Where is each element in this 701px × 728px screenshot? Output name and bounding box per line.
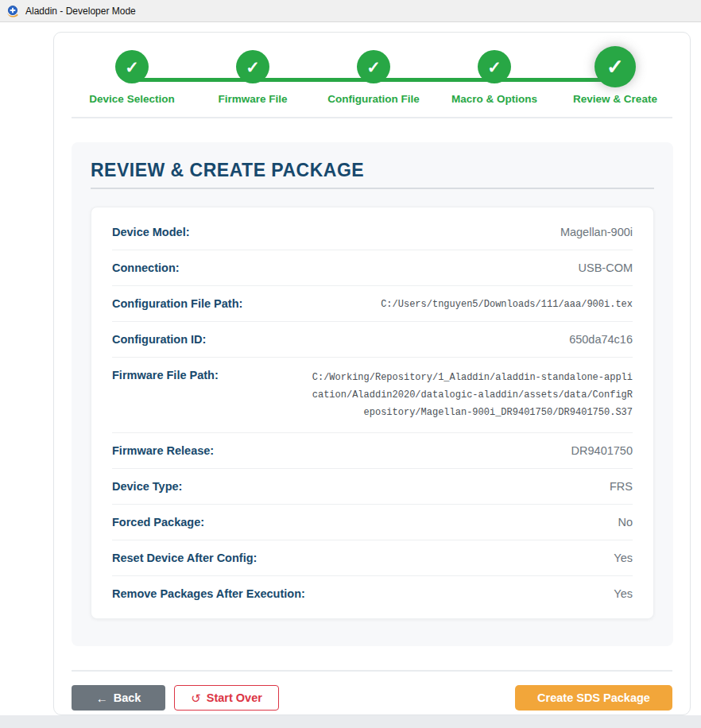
check-icon: ✓ bbox=[246, 59, 260, 76]
summary-label: Firmware File Path: bbox=[112, 369, 219, 381]
summary-label: Reset Device After Config: bbox=[112, 552, 257, 564]
summary-row: Configuration ID: 650da74c16 bbox=[112, 322, 633, 358]
summary-value: No bbox=[220, 516, 633, 529]
step-circle-area: ✓ bbox=[478, 45, 511, 88]
summary-value: 650da74c16 bbox=[222, 333, 633, 346]
summary-value: DR9401750 bbox=[230, 444, 633, 457]
stepper-step[interactable]: ✓ Configuration File bbox=[313, 45, 434, 105]
summary-label: Device Model: bbox=[112, 226, 190, 238]
summary-label: Firmware Release: bbox=[112, 444, 214, 457]
window-title: Aladdin - Developer Mode bbox=[25, 6, 136, 17]
step-label: Review & Create bbox=[573, 93, 657, 105]
stepper-divider bbox=[72, 117, 672, 118]
step-check-circle[interactable]: ✓ bbox=[236, 50, 269, 83]
step-check-circle[interactable]: ✓ bbox=[478, 50, 511, 83]
stepper-step[interactable]: ✓ Review & Create bbox=[555, 45, 676, 105]
summary-label: Connection: bbox=[112, 261, 180, 274]
step-label: Firmware File bbox=[218, 93, 287, 105]
step-label: Macro & Options bbox=[451, 93, 537, 105]
check-icon: ✓ bbox=[366, 59, 381, 76]
summary-row: Device Model: Magellan-900i bbox=[112, 215, 633, 250]
step-circle-area: ✓ bbox=[357, 45, 390, 88]
summary-label: Forced Package: bbox=[112, 516, 204, 529]
summary-row: Configuration File Path: C:/Users/tnguye… bbox=[112, 286, 633, 322]
summary-row: Reset Device After Config: Yes bbox=[112, 540, 633, 576]
start-over-button-label: Start Over bbox=[207, 691, 262, 704]
create-sds-package-button[interactable]: Create SDS Package bbox=[515, 685, 672, 711]
back-button[interactable]: ← Back bbox=[72, 685, 165, 711]
actions-divider bbox=[72, 670, 672, 672]
bottom-strip bbox=[0, 715, 701, 728]
review-panel: REVIEW & CREATE PACKAGE Device Model: Ma… bbox=[72, 142, 673, 646]
summary-row: Connection: USB-COM bbox=[112, 250, 633, 286]
summary-value: USB-COM bbox=[196, 261, 633, 274]
restart-icon: ↺ bbox=[191, 692, 201, 704]
window-titlebar: Aladdin - Developer Mode bbox=[0, 0, 701, 22]
summary-value: C:/Users/tnguyen5/Downloads/111/aaa/900i… bbox=[258, 297, 633, 310]
aladdin-app-icon bbox=[6, 5, 19, 17]
step-check-circle[interactable]: ✓ bbox=[115, 50, 149, 83]
summary-label: Configuration ID: bbox=[112, 333, 206, 346]
heading-divider bbox=[91, 188, 654, 189]
start-over-button[interactable]: ↺ Start Over bbox=[174, 685, 279, 711]
summary-row: Firmware File Path: C:/Working/Repositor… bbox=[112, 358, 633, 433]
summary-row: Forced Package: No bbox=[112, 505, 633, 540]
step-circle-area: ✓ bbox=[594, 45, 636, 88]
summary-value: Yes bbox=[273, 552, 633, 564]
stepper-step[interactable]: ✓ Firmware File bbox=[192, 45, 313, 105]
summary-label: Remove Packages After Execution: bbox=[112, 587, 305, 600]
stepper-step[interactable]: ✓ Macro & Options bbox=[434, 45, 555, 105]
summary-value: Magellan-900i bbox=[206, 226, 633, 238]
step-label: Device Selection bbox=[89, 93, 174, 105]
summary-label: Configuration File Path: bbox=[112, 297, 242, 310]
left-arrow-icon: ← bbox=[96, 692, 108, 704]
step-circle-area: ✓ bbox=[236, 45, 269, 88]
summary-value: FRS bbox=[198, 480, 633, 493]
page-title: REVIEW & CREATE PACKAGE bbox=[91, 160, 654, 181]
step-label: Configuration File bbox=[327, 93, 420, 105]
summary-row: Firmware Release: DR9401750 bbox=[112, 433, 633, 469]
create-button-label: Create SDS Package bbox=[537, 691, 650, 704]
summary-row: Remove Packages After Execution: Yes bbox=[112, 576, 633, 611]
stepper-step[interactable]: ✓ Device Selection bbox=[72, 45, 192, 105]
app-window: ✓ Device Selection ✓ Firmware File bbox=[0, 22, 701, 728]
check-icon: ✓ bbox=[487, 59, 502, 76]
check-icon: ✓ bbox=[606, 56, 624, 77]
summary-label: Device Type: bbox=[112, 480, 182, 493]
step-circle-area: ✓ bbox=[115, 45, 149, 88]
back-button-label: Back bbox=[114, 691, 141, 704]
step-check-circle[interactable]: ✓ bbox=[594, 46, 636, 87]
summary-value: Yes bbox=[321, 587, 633, 600]
stepper-steps: ✓ Device Selection ✓ Firmware File bbox=[54, 45, 690, 105]
check-icon: ✓ bbox=[125, 59, 139, 76]
wizard-card: ✓ Device Selection ✓ Firmware File bbox=[53, 32, 691, 715]
review-summary-card: Device Model: Magellan-900i Connection: … bbox=[91, 207, 654, 619]
step-check-circle[interactable]: ✓ bbox=[357, 50, 390, 83]
wizard-stepper: ✓ Device Selection ✓ Firmware File bbox=[54, 33, 690, 118]
summary-row: Device Type: FRS bbox=[112, 469, 633, 505]
summary-value: C:/Working/Repository/1_Aladdin/aladdin-… bbox=[312, 369, 633, 421]
actions-bar: ← Back ↺ Start Over Create SDS Package bbox=[72, 685, 672, 711]
